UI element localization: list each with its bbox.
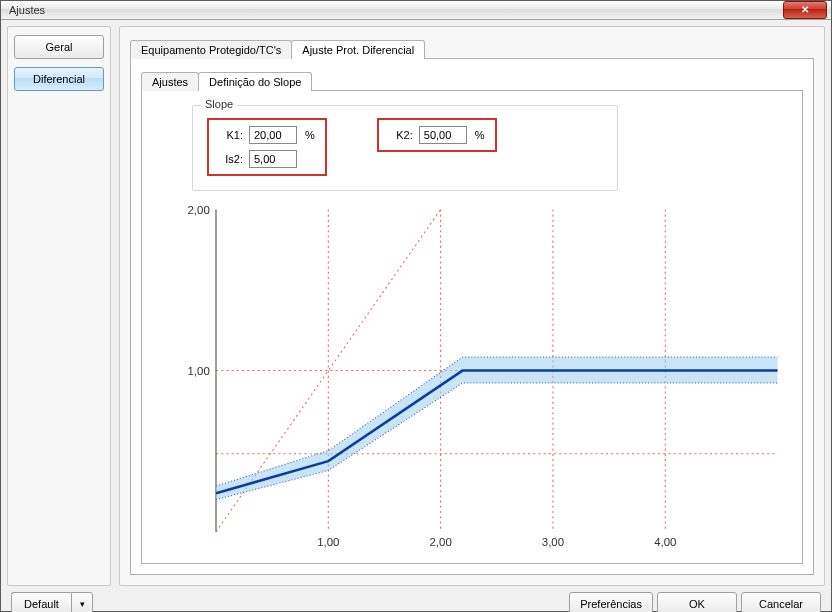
tab-label: Definição do Slope (209, 76, 301, 88)
body-area: Geral Diferencial Equipamento Protegido/… (1, 20, 831, 612)
k2-label: K2: (389, 129, 413, 141)
xtick-2: 2,00 (430, 536, 452, 548)
button-label: Default (24, 598, 59, 610)
button-label: Cancelar (759, 598, 803, 610)
is2-label: Is2: (219, 153, 243, 165)
close-icon: ✕ (801, 5, 809, 15)
ytick-2: 2,00 (188, 204, 210, 216)
window-close-button[interactable]: ✕ (783, 1, 827, 19)
inner-tab-content: Slope K1: % (141, 90, 803, 564)
bottom-button-bar: Default ▾ Preferências OK Cancelar (7, 586, 825, 612)
left-nav-panel: Geral Diferencial (7, 26, 111, 586)
xtick-3: 3,00 (542, 536, 564, 548)
main-row: Geral Diferencial Equipamento Protegido/… (7, 26, 825, 586)
nav-label: Diferencial (33, 73, 85, 85)
tab-ajuste-prot-diferencial[interactable]: Ajuste Prot. Diferencial (291, 40, 425, 59)
window-title: Ajustes (9, 4, 45, 16)
right-content-panel: Equipamento Protegido/TC's Ajuste Prot. … (119, 26, 825, 586)
is2-row: Is2: (219, 150, 315, 168)
outer-tab-content: Ajustes Definição do Slope Slope (130, 58, 814, 575)
ok-button[interactable]: OK (657, 592, 737, 612)
k2-input[interactable] (419, 126, 467, 144)
k2-unit: % (475, 129, 485, 141)
slope-grid: K1: % Is2: (207, 118, 603, 176)
svg-marker-8 (216, 357, 778, 499)
tab-equipamento[interactable]: Equipamento Protegido/TC's (130, 40, 292, 59)
slope-fieldset: Slope K1: % (192, 105, 618, 191)
outer-tab-row: Equipamento Protegido/TC's Ajuste Prot. … (130, 37, 814, 59)
button-label: OK (689, 598, 705, 610)
k2-row: K2: % (389, 126, 485, 144)
k1-row: K1: % (219, 126, 315, 144)
k1-input[interactable] (249, 126, 297, 144)
tab-ajustes[interactable]: Ajustes (141, 72, 199, 91)
slope-chart: 2,00 1,00 1,00 2,00 3,00 4,00 (164, 199, 788, 553)
k1-unit: % (305, 129, 315, 141)
default-button[interactable]: Default (11, 592, 71, 612)
ytick-1: 1,00 (188, 365, 210, 377)
nav-label: Geral (46, 41, 73, 53)
tab-label: Ajuste Prot. Diferencial (302, 44, 414, 56)
window-root: Ajustes ✕ Geral Diferencial Equipamen (0, 0, 832, 612)
nav-button-geral[interactable]: Geral (14, 35, 104, 59)
slope-legend: Slope (201, 98, 237, 110)
default-split-button: Default ▾ (11, 592, 93, 612)
xtick-4: 4,00 (654, 536, 676, 548)
button-label: Preferências (580, 598, 642, 610)
xtick-1: 1,00 (317, 536, 339, 548)
titlebar: Ajustes ✕ (1, 1, 831, 20)
preferences-button[interactable]: Preferências (569, 592, 653, 612)
chart-svg: 2,00 1,00 1,00 2,00 3,00 4,00 (164, 199, 788, 553)
tab-label: Equipamento Protegido/TC's (141, 44, 281, 56)
default-dropdown-button[interactable]: ▾ (71, 592, 93, 612)
chevron-down-icon: ▾ (80, 599, 85, 609)
tab-label: Ajustes (152, 76, 188, 88)
is2-input[interactable] (249, 150, 297, 168)
cancel-button[interactable]: Cancelar (741, 592, 821, 612)
tab-definicao-slope[interactable]: Definição do Slope (198, 72, 312, 91)
nav-button-diferencial[interactable]: Diferencial (14, 67, 104, 91)
k1-label: K1: (219, 129, 243, 141)
highlight-box-k2: K2: % (377, 118, 497, 152)
highlight-box-k1: K1: % Is2: (207, 118, 327, 176)
inner-tab-row: Ajustes Definição do Slope (141, 69, 803, 91)
